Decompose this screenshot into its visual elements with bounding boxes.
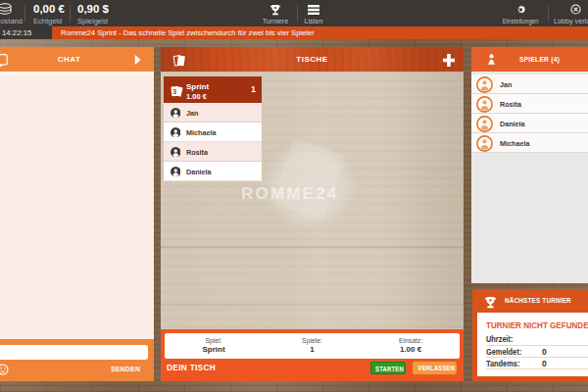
svg-text:3: 3 bbox=[172, 87, 177, 94]
